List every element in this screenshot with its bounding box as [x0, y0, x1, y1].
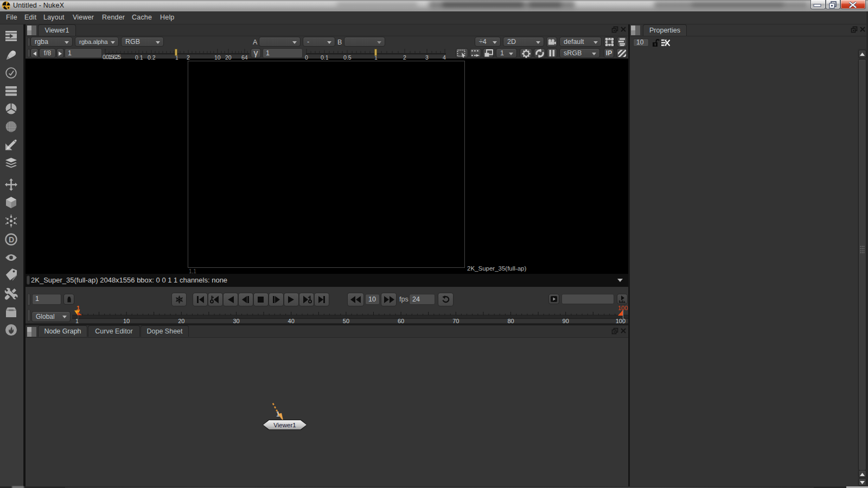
svg-text:90: 90	[563, 318, 569, 324]
svg-text:80: 80	[507, 318, 514, 324]
svg-text:30: 30	[233, 318, 239, 324]
svg-text:70: 70	[452, 318, 459, 324]
svg-text:50: 50	[343, 318, 349, 324]
svg-text:10: 10	[123, 318, 130, 324]
svg-text:60: 60	[398, 318, 404, 324]
svg-text:100: 100	[616, 318, 626, 324]
svg-text:40: 40	[288, 318, 295, 324]
svg-text:D: D	[9, 235, 14, 244]
svg-text:20: 20	[178, 318, 184, 324]
